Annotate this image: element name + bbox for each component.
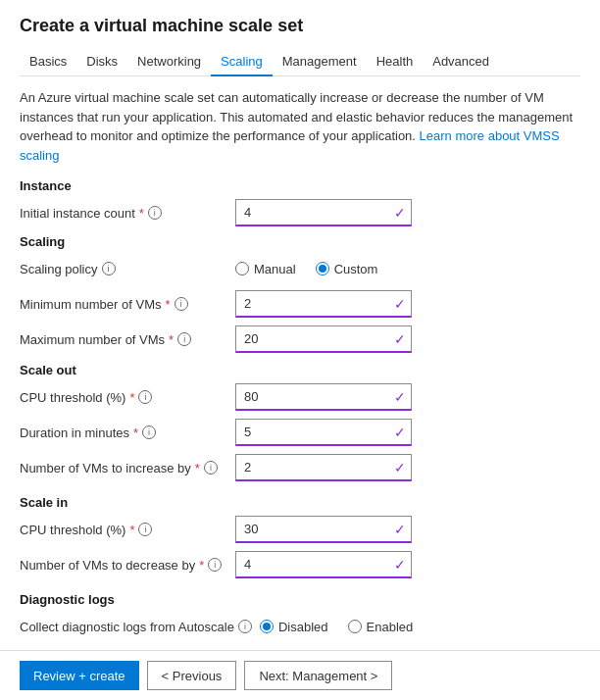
instance-section-label: Instance [20,178,580,193]
vms-decrease-by-label: Number of VMs to decrease by * i [20,558,235,573]
diagnostic-logs-section-label: Diagnostic logs [20,592,580,607]
scaling-policy-custom-radio[interactable] [316,262,329,275]
initial-instance-info-icon[interactable]: i [148,206,162,220]
scaling-policy-custom-option[interactable]: Custom [316,262,378,276]
previous-button[interactable]: < Previous [147,661,237,690]
cpu-threshold-in-input[interactable] [235,516,412,543]
max-vms-input-wrapper: ✓ [235,325,412,353]
review-create-button[interactable]: Review + create [20,661,139,690]
cpu-threshold-in-input-wrapper: ✓ [235,516,412,543]
min-vms-input[interactable] [235,290,412,318]
min-vms-input-wrapper: ✓ [235,290,412,318]
vms-increase-by-row: Number of VMs to increase by * i ✓ [20,454,580,481]
min-vms-control: ✓ [235,290,580,318]
tab-management[interactable]: Management [273,48,367,75]
vms-increase-by-label: Number of VMs to increase by * i [20,461,235,475]
scaling-policy-manual-option[interactable]: Manual [235,262,296,276]
duration-minutes-input[interactable] [235,419,412,446]
cpu-threshold-out-label: CPU threshold (%) * i [20,390,235,405]
duration-minutes-label: Duration in minutes * i [20,425,235,440]
duration-minutes-info-icon[interactable]: i [142,425,156,439]
cpu-threshold-in-info-icon[interactable]: i [138,523,152,536]
next-button[interactable]: Next: Management > [244,661,392,690]
duration-minutes-control: ✓ [235,419,580,446]
cpu-threshold-out-input-wrapper: ✓ [235,383,412,411]
scaling-policy-radio-group: Manual Custom [235,262,377,276]
cpu-threshold-out-row: CPU threshold (%) * i ✓ [20,383,580,411]
initial-instance-control: ✓ [235,199,580,226]
tab-basics[interactable]: Basics [20,48,76,75]
initial-instance-input-wrapper: ✓ [235,199,412,226]
cpu-threshold-out-input[interactable] [235,383,412,411]
cpu-threshold-in-control: ✓ [235,516,580,543]
scaling-policy-control: Manual Custom [235,262,580,276]
diagnostic-logs-control: Disabled Enabled [260,620,580,634]
diagnostic-enabled-option[interactable]: Enabled [348,620,414,634]
min-vms-info-icon[interactable]: i [175,297,188,311]
cpu-threshold-in-row: CPU threshold (%) * i ✓ [20,516,580,543]
scaling-policy-row: Scaling policy i Manual Custom [20,255,580,282]
vms-increase-by-input[interactable] [235,454,412,481]
vms-decrease-by-input[interactable] [235,551,412,578]
scaling-section-label: Scaling [20,234,580,249]
vms-increase-by-info-icon[interactable]: i [204,461,218,475]
duration-minutes-row: Duration in minutes * i ✓ [20,419,580,446]
nav-tabs: Basics Disks Networking Scaling Manageme… [20,48,580,76]
initial-instance-input[interactable] [235,199,412,226]
tab-networking[interactable]: Networking [127,48,211,75]
required-marker: * [139,206,144,221]
tab-disks[interactable]: Disks [76,48,127,75]
max-vms-info-icon[interactable]: i [177,332,191,346]
min-vms-row: Minimum number of VMs * i ✓ [20,290,580,318]
scale-out-section-label: Scale out [20,363,580,377]
scaling-policy-manual-radio[interactable] [235,262,249,275]
page-title: Create a virtual machine scale set [20,16,580,36]
tab-advanced[interactable]: Advanced [423,48,499,75]
vms-decrease-by-row: Number of VMs to decrease by * i ✓ [20,551,580,578]
max-vms-label: Maximum number of VMs * i [20,332,235,347]
max-vms-input[interactable] [235,325,412,353]
vms-decrease-by-control: ✓ [235,551,580,578]
max-vms-row: Maximum number of VMs * i ✓ [20,325,580,353]
scale-in-section-label: Scale in [20,495,580,510]
initial-instance-count-label: Initial instance count * i [20,206,235,221]
scaling-policy-label: Scaling policy i [20,262,235,276]
diagnostic-logs-row: Collect diagnostic logs from Autoscale i… [20,613,580,640]
cpu-threshold-out-info-icon[interactable]: i [138,390,152,404]
min-vms-label: Minimum number of VMs * i [20,297,235,312]
scaling-policy-info-icon[interactable]: i [102,262,116,275]
cpu-threshold-out-control: ✓ [235,383,580,411]
diagnostic-disabled-option[interactable]: Disabled [260,620,328,634]
duration-minutes-input-wrapper: ✓ [235,419,412,446]
footer: Review + create < Previous Next: Managem… [0,650,600,700]
vms-decrease-by-info-icon[interactable]: i [208,558,222,572]
diagnostic-disabled-radio[interactable] [260,620,274,633]
description-text: An Azure virtual machine scale set can a… [20,88,580,165]
content-area: An Azure virtual machine scale set can a… [20,88,580,700]
page-container: Create a virtual machine scale set Basic… [0,0,600,700]
diagnostic-logs-radio-group: Disabled Enabled [260,620,413,634]
vms-decrease-by-input-wrapper: ✓ [235,551,412,578]
tab-health[interactable]: Health [367,48,424,75]
vms-increase-by-control: ✓ [235,454,580,481]
diagnostic-logs-info-icon[interactable]: i [238,620,252,633]
cpu-threshold-in-label: CPU threshold (%) * i [20,523,235,537]
max-vms-control: ✓ [235,325,580,353]
vms-increase-by-input-wrapper: ✓ [235,454,412,481]
tab-scaling[interactable]: Scaling [211,48,273,76]
diagnostic-logs-label: Collect diagnostic logs from Autoscale i [20,620,252,634]
diagnostic-enabled-radio[interactable] [348,620,362,633]
initial-instance-count-row: Initial instance count * i ✓ [20,199,580,226]
